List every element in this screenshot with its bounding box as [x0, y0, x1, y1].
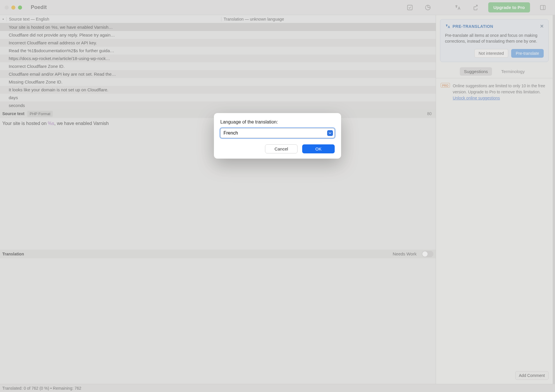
dialog-label: Language of the translation:	[220, 119, 335, 125]
ok-button[interactable]: OK	[302, 144, 335, 153]
language-input[interactable]	[220, 128, 335, 138]
cancel-button[interactable]: Cancel	[265, 144, 298, 153]
modal-overlay: Language of the translation: Cancel OK	[0, 0, 555, 392]
chevron-down-icon[interactable]	[327, 130, 333, 136]
language-combobox[interactable]	[220, 128, 335, 138]
language-dialog: Language of the translation: Cancel OK	[214, 113, 341, 159]
